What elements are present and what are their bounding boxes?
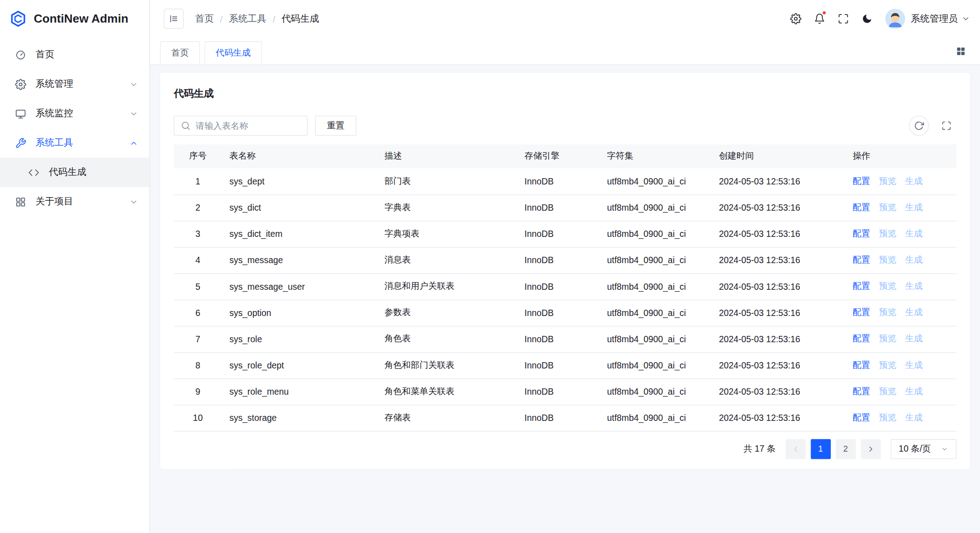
breadcrumb-item[interactable]: 首页: [195, 13, 214, 24]
row-action-generate[interactable]: 生成: [905, 412, 923, 422]
row-action-configure[interactable]: 配置: [853, 175, 870, 185]
breadcrumb-item[interactable]: 代码生成: [281, 13, 319, 24]
breadcrumb-item[interactable]: 系统工具: [229, 13, 267, 24]
table-cell: 2024-05-03 12:53:16: [712, 274, 845, 300]
row-action-preview[interactable]: 预览: [879, 228, 896, 238]
app-title: ContiNew Admin: [34, 12, 128, 25]
chevron-up-icon: [129, 138, 138, 147]
table-cell: 1: [174, 168, 222, 194]
app-logo[interactable]: ContiNew Admin: [0, 0, 150, 38]
table-row: 8sys_role_dept角色和部门关联表InnoDButf8mb4_0900…: [174, 352, 957, 378]
row-action-generate[interactable]: 生成: [905, 228, 923, 238]
code-icon: [28, 167, 39, 178]
row-action-preview[interactable]: 预览: [879, 412, 896, 422]
top-header: 首页/系统工具/代码生成 系统管理员: [150, 0, 980, 38]
row-action-generate[interactable]: 生成: [905, 255, 923, 264]
pagination-prev-button[interactable]: [786, 439, 806, 459]
row-action-preview[interactable]: 预览: [879, 255, 896, 264]
table-cell: utf8mb4_0900_ai_ci: [600, 221, 712, 247]
row-action-preview[interactable]: 预览: [879, 333, 896, 343]
header-settings-button[interactable]: [784, 8, 808, 30]
row-action-configure[interactable]: 配置: [853, 360, 870, 370]
row-action-generate[interactable]: 生成: [905, 360, 923, 370]
row-action-generate[interactable]: 生成: [905, 202, 923, 212]
avatar: [885, 9, 905, 28]
row-action-configure[interactable]: 配置: [853, 412, 870, 422]
sidebar-item-home[interactable]: 首页: [0, 40, 150, 70]
table-cell: utf8mb4_0900_ai_ci: [600, 352, 712, 378]
collapse-sidebar-button[interactable]: [164, 9, 184, 28]
row-actions: 配置预览生成: [845, 274, 957, 300]
page-size-select[interactable]: 10 条/页: [891, 439, 957, 459]
row-action-configure[interactable]: 配置: [853, 333, 870, 343]
notifications-button[interactable]: [808, 8, 832, 30]
table-cell: utf8mb4_0900_ai_ci: [600, 274, 712, 300]
sidebar: ContiNew Admin 首页系统管理系统监控系统工具代码生成关于项目: [0, 0, 150, 533]
row-action-configure[interactable]: 配置: [853, 228, 870, 238]
search-input[interactable]: [196, 121, 300, 131]
fullscreen-button[interactable]: [831, 8, 855, 30]
table-cell: 角色和部门关联表: [377, 352, 517, 378]
breadcrumb: 首页/系统工具/代码生成: [195, 13, 319, 24]
code-generation-card: 代码生成 重置: [160, 72, 970, 469]
table-row: 3sys_dict_item字典项表InnoDButf8mb4_0900_ai_…: [174, 221, 957, 247]
row-action-generate[interactable]: 生成: [905, 333, 923, 343]
row-action-preview[interactable]: 预览: [879, 202, 896, 212]
row-action-preview[interactable]: 预览: [879, 281, 896, 291]
table-row: 10sys_storage存储表InnoDButf8mb4_0900_ai_ci…: [174, 405, 957, 431]
table-row: 1sys_dept部门表InnoDButf8mb4_0900_ai_ci2024…: [174, 168, 957, 194]
table-cell: InnoDB: [517, 300, 600, 326]
row-action-generate[interactable]: 生成: [905, 175, 923, 185]
table-cell: InnoDB: [517, 405, 600, 431]
tab-home[interactable]: 首页: [160, 41, 200, 64]
row-action-configure[interactable]: 配置: [853, 202, 870, 212]
pagination-page-1[interactable]: 1: [811, 439, 830, 459]
sidebar-item-system-tools[interactable]: 系统工具: [0, 128, 150, 158]
row-action-configure[interactable]: 配置: [853, 307, 870, 317]
tab-options-button[interactable]: [952, 42, 971, 61]
sidebar-item-code-generation[interactable]: 代码生成: [0, 158, 150, 187]
pagination-page-2[interactable]: 2: [835, 439, 855, 459]
table-search: [174, 116, 308, 136]
row-action-generate[interactable]: 生成: [905, 307, 923, 317]
row-action-preview[interactable]: 预览: [879, 360, 896, 370]
tab-code-generation[interactable]: 代码生成: [204, 41, 262, 64]
sidebar-item-label: 首页: [36, 49, 138, 61]
table-fullscreen-button[interactable]: [937, 116, 957, 136]
row-action-configure[interactable]: 配置: [853, 255, 870, 264]
theme-toggle-button[interactable]: [855, 8, 879, 30]
sidebar-item-system-management[interactable]: 系统管理: [0, 70, 150, 99]
refresh-button[interactable]: [909, 116, 929, 136]
row-action-preview[interactable]: 预览: [879, 386, 896, 396]
row-action-configure[interactable]: 配置: [853, 281, 870, 291]
row-action-generate[interactable]: 生成: [905, 386, 923, 396]
row-action-preview[interactable]: 预览: [879, 307, 896, 317]
table-cell: sys_dict_item: [222, 221, 377, 247]
table-cell: InnoDB: [517, 352, 600, 378]
table-row: 9sys_role_menu角色和菜单关联表InnoDButf8mb4_0900…: [174, 378, 957, 405]
row-action-preview[interactable]: 预览: [879, 175, 896, 185]
chevron-down-icon: [129, 80, 138, 88]
reset-button[interactable]: 重置: [315, 116, 356, 136]
sidebar-item-about-project[interactable]: 关于项目: [0, 187, 150, 217]
row-actions: 配置预览生成: [845, 300, 957, 326]
table-cell: 2024-05-03 12:53:16: [712, 168, 845, 194]
sidebar-item-system-monitor[interactable]: 系统监控: [0, 99, 150, 128]
table-cell: utf8mb4_0900_ai_ci: [600, 326, 712, 352]
pagination-next-button[interactable]: [861, 439, 881, 459]
column-header: 字符集: [600, 145, 712, 169]
table-cell: 2024-05-03 12:53:16: [712, 326, 845, 352]
row-action-generate[interactable]: 生成: [905, 281, 923, 291]
chevron-right-icon: [866, 444, 875, 453]
maximize-icon: [838, 13, 849, 24]
user-menu[interactable]: 系统管理员: [885, 9, 970, 28]
table-cell: 7: [174, 326, 222, 352]
table-cell: 角色和菜单关联表: [377, 378, 517, 405]
table-row: 4sys_message消息表InnoDButf8mb4_0900_ai_ci2…: [174, 247, 957, 274]
row-action-configure[interactable]: 配置: [853, 386, 870, 396]
row-actions: 配置预览生成: [845, 378, 957, 405]
row-actions: 配置预览生成: [845, 247, 957, 274]
table-cell: utf8mb4_0900_ai_ci: [600, 378, 712, 405]
table-cell: 3: [174, 221, 222, 247]
chevron-down-icon: [961, 14, 970, 23]
